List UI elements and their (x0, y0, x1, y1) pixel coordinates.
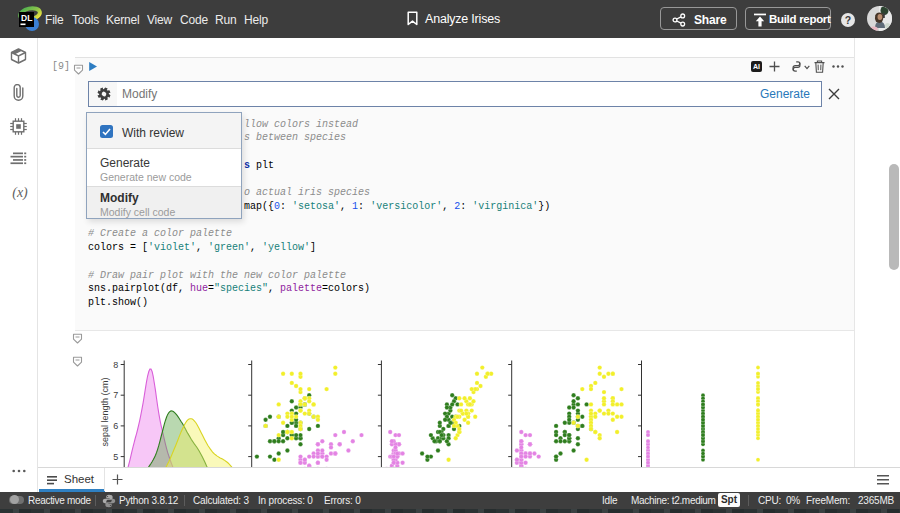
svg-text:sepal length (cm): sepal length (cm) (100, 377, 110, 446)
svg-text:7: 7 (113, 390, 118, 400)
svg-text:DL: DL (21, 13, 32, 23)
svg-text:5: 5 (113, 452, 118, 462)
svg-text:6: 6 (113, 421, 118, 431)
svg-text:8: 8 (113, 360, 118, 370)
